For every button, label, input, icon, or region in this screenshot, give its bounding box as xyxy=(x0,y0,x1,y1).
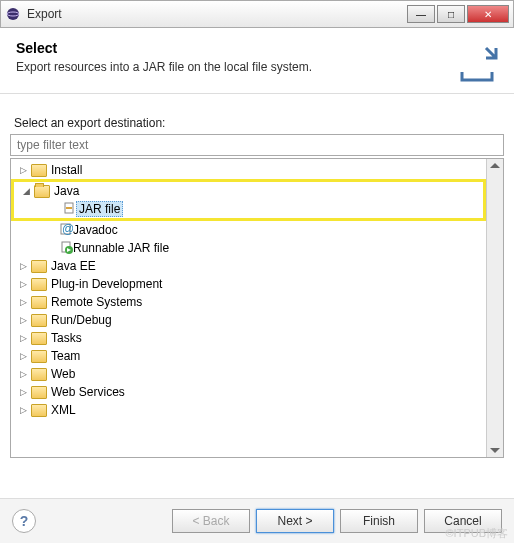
tree-item-label: Install xyxy=(51,163,82,177)
javadoc-icon: @ xyxy=(59,222,73,239)
minimize-button[interactable]: — xyxy=(407,5,435,23)
expand-icon[interactable]: ▷ xyxy=(17,164,29,176)
expand-icon[interactable]: ▷ xyxy=(17,314,29,326)
tree-item-label: Team xyxy=(51,349,80,363)
tree-item[interactable]: ▷Team xyxy=(11,347,486,365)
tree-item-label: Java xyxy=(54,184,79,198)
window-title: Export xyxy=(27,7,407,21)
svg-text:@: @ xyxy=(62,222,73,236)
folder-icon xyxy=(31,296,47,309)
tree-item[interactable]: ▷Remote Systems xyxy=(11,293,486,311)
wizard-footer: ? < Back Next > Finish Cancel xyxy=(0,498,514,543)
tree-item[interactable]: ▷Plug-in Development xyxy=(11,275,486,293)
tree-item-label: Run/Debug xyxy=(51,313,112,327)
expand-icon[interactable]: ▷ xyxy=(17,260,29,272)
page-description: Export resources into a JAR file on the … xyxy=(16,60,498,74)
tree-item-label: Java EE xyxy=(51,259,96,273)
folder-icon xyxy=(31,368,47,381)
expand-icon[interactable]: ▷ xyxy=(17,386,29,398)
tree-item[interactable]: ◢Java xyxy=(14,182,483,200)
tree-item[interactable]: ▷XML xyxy=(11,401,486,419)
folder-icon xyxy=(34,185,50,198)
back-button[interactable]: < Back xyxy=(172,509,250,533)
tree-item[interactable]: JAR file xyxy=(14,200,483,218)
spacer xyxy=(45,224,57,236)
next-button[interactable]: Next > xyxy=(256,509,334,533)
tree-item[interactable]: ▷Install xyxy=(11,161,486,179)
expand-icon[interactable]: ▷ xyxy=(17,350,29,362)
expand-icon[interactable]: ▷ xyxy=(17,296,29,308)
folder-icon xyxy=(31,332,47,345)
folder-icon xyxy=(31,278,47,291)
tree-item[interactable]: ▷Web Services xyxy=(11,383,486,401)
folder-icon xyxy=(31,314,47,327)
expand-icon[interactable]: ▷ xyxy=(17,332,29,344)
help-button[interactable]: ? xyxy=(12,509,36,533)
runnable-jar-icon xyxy=(59,240,73,257)
expand-icon[interactable]: ▷ xyxy=(17,404,29,416)
tree-item-label: Runnable JAR file xyxy=(73,241,169,255)
export-icon xyxy=(456,42,498,84)
tree-item-label: JAR file xyxy=(76,201,123,217)
filter-input[interactable] xyxy=(10,134,504,156)
folder-icon xyxy=(31,164,47,177)
maximize-button[interactable]: □ xyxy=(437,5,465,23)
destination-label: Select an export destination: xyxy=(14,116,500,130)
tree-item[interactable]: ▷Run/Debug xyxy=(11,311,486,329)
titlebar: Export — □ ✕ xyxy=(0,0,514,28)
tree-item-label: Plug-in Development xyxy=(51,277,162,291)
tree-item[interactable]: ▷Web xyxy=(11,365,486,383)
tree-item-label: Web Services xyxy=(51,385,125,399)
svg-rect-3 xyxy=(66,207,72,209)
folder-icon xyxy=(31,386,47,399)
tree-item-label: Web xyxy=(51,367,75,381)
tree-item[interactable]: ▷Java EE xyxy=(11,257,486,275)
expand-icon[interactable]: ▷ xyxy=(17,278,29,290)
wizard-header: Select Export resources into a JAR file … xyxy=(0,28,514,94)
spacer xyxy=(45,242,57,254)
tree-item-label: XML xyxy=(51,403,76,417)
watermark: ©ITPUB博客 xyxy=(446,526,509,541)
close-button[interactable]: ✕ xyxy=(467,5,509,23)
page-title: Select xyxy=(16,40,498,56)
finish-button[interactable]: Finish xyxy=(340,509,418,533)
jar-icon xyxy=(62,201,76,218)
tree-item[interactable]: @Javadoc xyxy=(11,221,486,239)
folder-icon xyxy=(31,260,47,273)
eclipse-icon xyxy=(5,6,21,22)
svg-point-0 xyxy=(7,8,19,20)
tree-item[interactable]: Runnable JAR file xyxy=(11,239,486,257)
scrollbar[interactable] xyxy=(486,159,503,457)
export-tree[interactable]: ▷Install◢JavaJAR file@JavadocRunnable JA… xyxy=(11,159,486,457)
tree-item-label: Remote Systems xyxy=(51,295,142,309)
expand-icon[interactable]: ▷ xyxy=(17,368,29,380)
tree-item-label: Javadoc xyxy=(73,223,118,237)
tree-item-label: Tasks xyxy=(51,331,82,345)
tree-item[interactable]: ▷Tasks xyxy=(11,329,486,347)
folder-icon xyxy=(31,404,47,417)
collapse-icon[interactable]: ◢ xyxy=(20,185,32,197)
highlight-annotation: ◢JavaJAR file xyxy=(11,179,486,221)
folder-icon xyxy=(31,350,47,363)
spacer xyxy=(48,203,60,215)
